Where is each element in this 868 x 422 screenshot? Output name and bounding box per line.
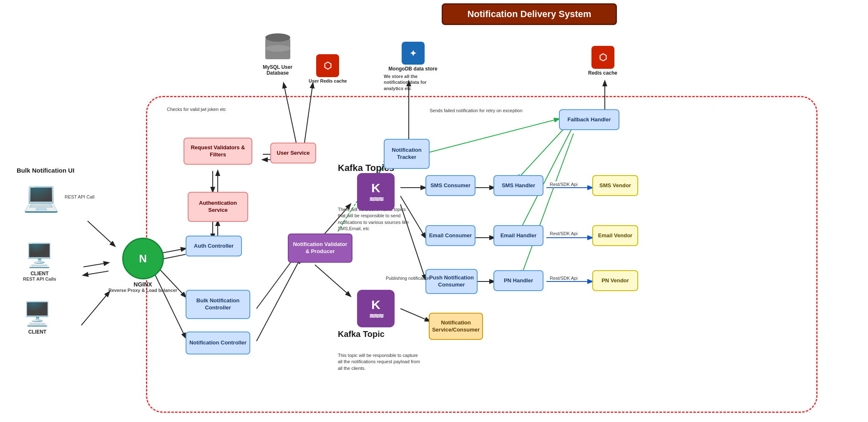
kafka-topics-icon: K ≋≋≋ (357, 173, 395, 211)
bulk-notification-controller-box: Bulk Notification Controller (186, 290, 250, 319)
kafka-topic-small-icon: K ≋≋≋ (357, 290, 395, 327)
svg-line-1 (83, 263, 108, 267)
sms-vendor-box: SMS Vendor (592, 175, 638, 196)
mongodb-desc: We store all thenotification data forana… (384, 73, 442, 91)
redis-icon-right: ⬡ (591, 46, 614, 69)
bulk-ui-title: Bulk Notification UI (17, 167, 74, 174)
mysql-db-label: MySQL User Database (263, 64, 292, 76)
publishing-notification-label: Publishing notification (386, 275, 440, 281)
client2-icon: 🖥️ CLIENT (23, 300, 52, 335)
sms-handler-box: SMS Handler (493, 175, 543, 196)
mysql-db-icon: MySQL User Database (263, 33, 292, 76)
title-text: Notification Delivery System (467, 9, 591, 19)
rest-sdk-pn-label: Rest/SDK Api (548, 275, 579, 281)
diagram-container: Notification Delivery System (0, 0, 868, 422)
email-vendor-box: Email Vendor (592, 225, 638, 246)
nginx-sublabel: Reverse Proxy & Load balancer (108, 288, 177, 293)
sends-failed-annotation: Sends failed notification for retry on e… (430, 108, 555, 114)
email-handler-box: Email Handler (493, 225, 543, 246)
fallback-handler-box: Fallback Handler (559, 109, 619, 130)
title-box: Notification Delivery System (442, 3, 617, 25)
client1-icon: 🖥️ CLIENT REST API Calls (23, 242, 56, 281)
kafka-topic-symbol: K ≋≋≋ (357, 290, 395, 327)
rest-sdk-sms-label: Rest/SDK Api (548, 181, 579, 187)
user-service-box: User Service (270, 143, 316, 163)
notification-service-box: Notification Service/Consumer (429, 313, 483, 340)
mongodb-label: MongoDB data store (388, 66, 437, 72)
svg-line-2 (83, 271, 108, 275)
mongo-db-symbol: ✦ (402, 42, 425, 65)
client2-symbol: 🖥️ (23, 300, 52, 327)
redis-cache-right-icon: ⬡ Redis cache (588, 46, 617, 76)
pn-vendor-box: PN Vendor (592, 270, 638, 291)
svg-line-3 (81, 292, 109, 325)
nginx-icon-container: N NGINX Reverse Proxy & Load balancer (108, 238, 177, 293)
notification-controller-box: Notification Controller (186, 332, 250, 354)
nginx-label: NGINX (133, 281, 152, 288)
client1-label: CLIENT (30, 271, 48, 276)
auth-service-box: Authentication Service (188, 192, 248, 222)
mongodb-icon: ✦ MongoDB data store We store all thenot… (384, 42, 442, 91)
rest-api-call-label: REST API Call (65, 194, 94, 200)
client1-symbol: 🖥️ (25, 242, 54, 269)
auth-controller-box: Auth Controller (186, 236, 242, 256)
rest-sdk-email-label: Rest/SDK Api (548, 231, 579, 236)
laptop-icon-container: 💻 (23, 179, 59, 214)
kafka-topic-desc: This topic will be responsible to captur… (338, 352, 421, 372)
client2-label: CLIENT (28, 329, 46, 335)
nginx-symbol: N (122, 238, 164, 279)
notification-tracker-box: Notification Tracker (384, 139, 430, 169)
request-validators-box: Request Validators & Filters (184, 138, 252, 165)
email-consumer-box: Email Consumer (425, 225, 476, 246)
notification-validator-box: Notification Validator & Producer (288, 234, 352, 263)
redis-cache-label: Redis cache (588, 70, 617, 76)
sms-consumer-box: SMS Consumer (425, 175, 476, 196)
checks-annotation: Checks for valid jwt joken etc (167, 106, 234, 113)
pn-handler-box: PN Handler (493, 270, 543, 291)
laptop-symbol: 💻 (23, 179, 59, 214)
redis-icon-user: ⬡ (316, 54, 339, 77)
user-redis-icon: ⬡ User Redis cache (309, 54, 347, 83)
kafka-topics-symbol: K ≋≋≋ (357, 173, 395, 211)
user-redis-label: User Redis cache (309, 78, 347, 83)
kafka-topic-label: Kafka Topic (338, 329, 385, 339)
client1-rest: REST API Calls (23, 276, 56, 281)
